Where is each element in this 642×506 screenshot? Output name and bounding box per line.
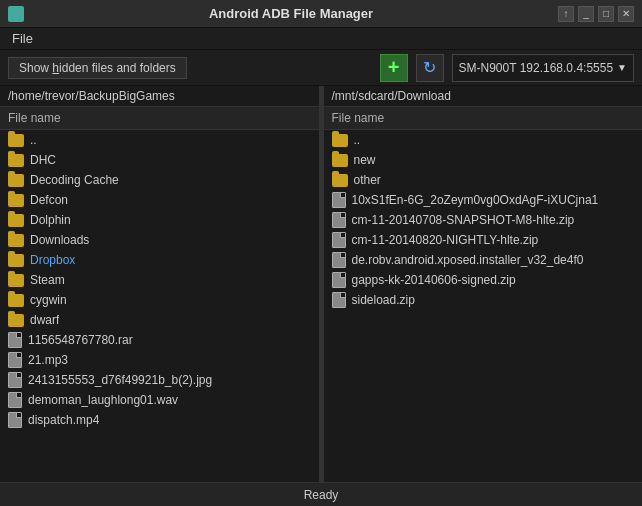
file-icon [8,332,22,348]
folder-icon [8,274,24,287]
device-selector[interactable]: SM-N900T 192.168.0.4:5555 ▼ [452,54,634,82]
file-icon [332,212,346,228]
file-name: cm-11-20140820-NIGHTLY-hlte.zip [352,233,539,247]
list-item[interactable]: cygwin [0,290,319,310]
file-icon [8,372,22,388]
folder-icon [8,214,24,227]
left-file-list[interactable]: ..DHCDecoding CacheDefconDolphinDownload… [0,130,319,482]
file-name: Steam [30,273,65,287]
file-icon [8,352,22,368]
list-item[interactable]: other [324,170,643,190]
folder-icon [332,174,348,187]
list-item[interactable]: .. [324,130,643,150]
list-item[interactable]: new [324,150,643,170]
file-name: cygwin [30,293,67,307]
file-name: 10xS1fEn-6G_2oZeym0vg0OxdAgF-iXUCjna1 [352,193,599,207]
file-icon [8,412,22,428]
file-name: Dropbox [30,253,75,267]
list-item[interactable]: 10xS1fEn-6G_2oZeym0vg0OxdAgF-iXUCjna1 [324,190,643,210]
list-item[interactable]: sideload.zip [324,290,643,310]
show-hidden-button[interactable]: Show hidden files and folders [8,57,187,79]
list-item[interactable]: Dolphin [0,210,319,230]
device-name: SM-N900T 192.168.0.4:5555 [459,61,614,75]
list-item[interactable]: Steam [0,270,319,290]
file-name: Defcon [30,193,68,207]
file-icon [332,192,346,208]
folder-icon [8,154,24,167]
list-item[interactable]: dwarf [0,310,319,330]
window-controls: ↑ _ □ ✕ [558,6,634,22]
show-hidden-label: Show hidden files and folders [19,61,176,75]
folder-icon [8,254,24,267]
app-icon [8,6,24,22]
file-name: DHC [30,153,56,167]
list-item[interactable]: Defcon [0,190,319,210]
left-panel-header: File name [0,107,319,130]
folder-icon [332,134,348,147]
chevron-down-icon: ▼ [617,62,627,73]
list-item[interactable]: Dropbox [0,250,319,270]
refresh-button[interactable]: ↻ [416,54,444,82]
file-name: .. [30,133,37,147]
file-name: new [354,153,376,167]
right-file-list[interactable]: ..newother10xS1fEn-6G_2oZeym0vg0OxdAgF-i… [324,130,643,482]
file-name: other [354,173,381,187]
file-name: 21.mp3 [28,353,68,367]
main-content: /home/trevor/BackupBigGames File name ..… [0,86,642,482]
toolbar: Show hidden files and folders + ↻ SM-N90… [0,50,642,86]
file-name: cm-11-20140708-SNAPSHOT-M8-hlte.zip [352,213,575,227]
minimize-button[interactable]: _ [578,6,594,22]
list-item[interactable]: Decoding Cache [0,170,319,190]
list-item[interactable]: 21.mp3 [0,350,319,370]
file-icon [332,232,346,248]
folder-icon [8,194,24,207]
file-icon [332,252,346,268]
file-name: .. [354,133,361,147]
menu-bar: File [0,28,642,50]
list-item[interactable]: DHC [0,150,319,170]
file-name: sideload.zip [352,293,415,307]
status-text: Ready [304,488,339,502]
list-item[interactable]: cm-11-20140820-NIGHTLY-hlte.zip [324,230,643,250]
title-up-button[interactable]: ↑ [558,6,574,22]
close-button[interactable]: ✕ [618,6,634,22]
file-name: Downloads [30,233,89,247]
file-name: Dolphin [30,213,71,227]
list-item[interactable]: .. [0,130,319,150]
window-title: Android ADB File Manager [24,6,558,21]
list-item[interactable]: gapps-kk-20140606-signed.zip [324,270,643,290]
left-panel: /home/trevor/BackupBigGames File name ..… [0,86,320,482]
folder-icon [332,154,348,167]
list-item[interactable]: Downloads [0,230,319,250]
right-panel-header: File name [324,107,643,130]
list-item[interactable]: 2413155553_d76f49921b_b(2).jpg [0,370,319,390]
left-panel-path: /home/trevor/BackupBigGames [0,86,319,107]
title-bar: Android ADB File Manager ↑ _ □ ✕ [0,0,642,28]
menu-file[interactable]: File [4,29,41,48]
file-name: gapps-kk-20140606-signed.zip [352,273,516,287]
status-bar: Ready [0,482,642,506]
file-name: 1156548767780.rar [28,333,133,347]
file-name: demoman_laughlong01.wav [28,393,178,407]
file-name: dwarf [30,313,59,327]
file-name: 2413155553_d76f49921b_b(2).jpg [28,373,212,387]
right-panel: /mnt/sdcard/Download File name ..newothe… [324,86,643,482]
list-item[interactable]: cm-11-20140708-SNAPSHOT-M8-hlte.zip [324,210,643,230]
list-item[interactable]: dispatch.mp4 [0,410,319,430]
file-name: Decoding Cache [30,173,119,187]
file-name: de.robv.android.xposed.installer_v32_de4… [352,253,584,267]
file-icon [332,292,346,308]
list-item[interactable]: de.robv.android.xposed.installer_v32_de4… [324,250,643,270]
folder-icon [8,314,24,327]
file-icon [332,272,346,288]
folder-icon [8,134,24,147]
list-item[interactable]: demoman_laughlong01.wav [0,390,319,410]
file-icon [8,392,22,408]
folder-icon [8,294,24,307]
add-connection-button[interactable]: + [380,54,408,82]
folder-icon [8,174,24,187]
folder-icon [8,234,24,247]
maximize-button[interactable]: □ [598,6,614,22]
right-panel-path: /mnt/sdcard/Download [324,86,643,107]
list-item[interactable]: 1156548767780.rar [0,330,319,350]
